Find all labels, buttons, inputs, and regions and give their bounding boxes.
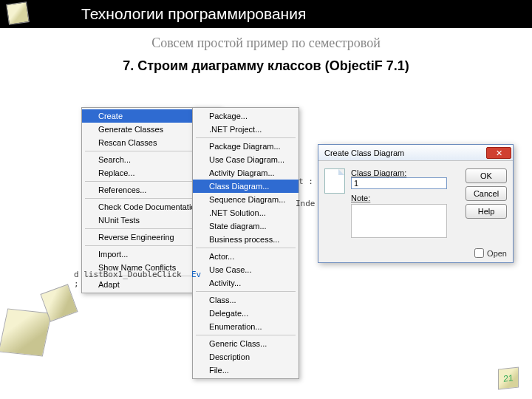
page-number-badge: 21	[498, 367, 519, 390]
menu-separator	[196, 248, 296, 248]
slide-title-bar: Технологии программирования	[0, 0, 532, 28]
slide-title: Технологии программирования	[81, 5, 306, 23]
menu-separator	[196, 137, 296, 138]
create-class-diagram-dialog: Create Class Diagram ✕ Class Diagram: No…	[318, 144, 514, 263]
decor-cube-icon	[6, 1, 30, 25]
menu-item[interactable]: Sequence Diagram...	[193, 193, 299, 206]
screenshot-area: CreateGenerate ClassesRescan ClassesSear…	[74, 100, 517, 351]
context-menu-create[interactable]: Package....NET Project...Package Diagram…	[192, 107, 299, 379]
menu-item[interactable]: Class...	[193, 293, 299, 307]
note-textarea[interactable]	[351, 204, 447, 238]
menu-item[interactable]: Enumeration...	[193, 320, 299, 333]
menu-item[interactable]: Business process...	[193, 233, 299, 246]
close-button[interactable]: ✕	[486, 147, 511, 159]
menu-item[interactable]: .NET Project...	[193, 123, 299, 136]
menu-separator	[196, 335, 296, 335]
menu-item[interactable]: File...	[193, 364, 299, 377]
menu-item[interactable]: Delegate...	[193, 307, 299, 320]
dialog-title: Create Class Diagram	[324, 149, 404, 157]
menu-item[interactable]: Description	[193, 350, 299, 364]
class-diagram-input[interactable]	[351, 177, 447, 189]
menu-item[interactable]: Actor...	[193, 250, 299, 263]
menu-item[interactable]: Use Case...	[193, 263, 299, 276]
document-icon	[324, 168, 345, 194]
menu-item[interactable]: Generic Class...	[193, 337, 299, 350]
code-frag-right2: Inde	[296, 199, 316, 208]
dialog-titlebar: Create Class Diagram ✕	[318, 145, 513, 161]
step-heading: 7. Строим диаграмму классов (ObjectiF 7.…	[0, 58, 532, 74]
open-checkbox[interactable]	[474, 248, 484, 258]
code-frag-right1: t :	[299, 177, 313, 186]
class-diagram-label: Class Diagram:	[351, 168, 406, 177]
menu-item[interactable]: Package...	[193, 109, 299, 123]
page-number: 21	[503, 372, 513, 383]
menu-item[interactable]: Class Diagram...	[193, 180, 299, 193]
note-label: Note:	[351, 194, 370, 202]
menu-item[interactable]: Activity...	[193, 276, 299, 290]
menu-item[interactable]: Package Diagram...	[193, 140, 299, 153]
menu-item[interactable]: State diagram...	[193, 219, 299, 233]
decor-cube-icon	[0, 309, 52, 357]
menu-item[interactable]: Use Case Diagram...	[193, 153, 299, 166]
menu-separator	[196, 291, 296, 292]
cancel-button[interactable]: Cancel	[466, 186, 507, 201]
ok-button[interactable]: OK	[466, 168, 507, 183]
menu-item[interactable]: Activity Diagram...	[193, 166, 299, 180]
menu-item[interactable]: .NET Solution...	[193, 206, 299, 219]
open-label: Open	[487, 249, 507, 258]
slide-subtitle: Совсем простой пример по семестровой	[0, 35, 532, 51]
code-fragment: d listBox1_DoubleClick Ev ;	[74, 270, 201, 289]
help-button[interactable]: Help	[466, 204, 507, 219]
